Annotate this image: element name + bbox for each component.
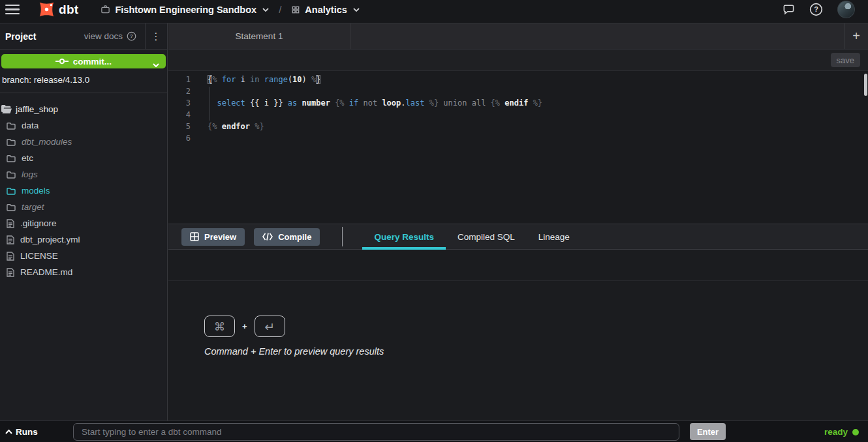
code-line-4[interactable]: 4 — [168, 109, 868, 121]
tree-item-label: .gitignore — [20, 218, 57, 228]
code-line-5[interactable]: 5{% endfor %} — [168, 121, 868, 132]
tab-query-results[interactable]: Query Results — [362, 224, 446, 249]
enter-button[interactable]: Enter — [690, 423, 726, 440]
tree-item-jaffle_shop[interactable]: jaffle_shop — [0, 101, 167, 117]
command-key-icon: ⌘ — [204, 316, 235, 337]
tab-label: Compiled SQL — [457, 232, 515, 242]
question-circle-icon: ? — [127, 31, 136, 41]
editor-tab-bar: Statement 1 + — [168, 23, 868, 50]
grid-icon — [291, 5, 300, 14]
tree-item-label: logs — [22, 169, 38, 179]
results-pane: ⌘ + ↵ Command + Enter to preview query r… — [168, 250, 868, 420]
hint-text: Command + Enter to preview query results — [204, 346, 384, 357]
tree-item-etc[interactable]: etc — [0, 150, 167, 166]
line-number: 3 — [168, 97, 198, 109]
dbt-ide-app: dbt Fishtown Engineering Sandbox / Analy… — [0, 0, 868, 442]
view-docs-link[interactable]: view docs ? — [84, 31, 136, 41]
tree-item-dbt_modules[interactable]: dbt_modules — [0, 134, 167, 150]
git-commit-icon — [55, 57, 69, 65]
results-tabs: Query ResultsCompiled SQLLineage — [362, 224, 581, 249]
indent-guide — [209, 87, 210, 121]
tree-item-label: data — [22, 121, 39, 130]
tree-item-data[interactable]: data — [0, 117, 167, 134]
folder-open-icon — [1, 105, 12, 113]
folder-icon — [7, 171, 16, 179]
editor-scrollbar[interactable] — [864, 74, 867, 96]
save-button[interactable]: save — [831, 53, 860, 67]
status-dot — [852, 429, 859, 435]
file-tree: jaffle_shopdatadbt_modulesetclogsmodelst… — [0, 93, 167, 280]
help-icon[interactable]: ? — [809, 3, 823, 16]
commit-button[interactable]: commit... — [1, 54, 166, 68]
kebab-menu-icon[interactable]: ⋮ — [146, 23, 167, 50]
line-number: 5 — [168, 121, 198, 132]
tree-item-label: jaffle_shop — [16, 104, 58, 114]
folder-icon — [7, 138, 16, 146]
runs-label: Runs — [16, 427, 38, 437]
tree-item-README.md[interactable]: README.md — [0, 264, 167, 280]
compile-button[interactable]: Compile — [254, 228, 320, 246]
line-number: 1 — [168, 74, 198, 85]
tree-item-logs[interactable]: logs — [0, 166, 167, 183]
breadcrumb-separator: / — [279, 4, 281, 15]
preview-button[interactable]: Preview — [181, 228, 245, 246]
status-label: ready — [824, 427, 848, 437]
code-text: {% for i in range(10) %} — [208, 74, 320, 85]
tree-item-label: dbt_project.yml — [20, 235, 80, 244]
preview-button-label: Preview — [204, 232, 236, 242]
runs-toggle[interactable]: Runs — [5, 421, 38, 442]
chat-icon[interactable] — [783, 3, 795, 16]
new-tab-button[interactable]: + — [844, 23, 868, 49]
tab-label: Lineage — [538, 232, 570, 242]
file-icon — [7, 235, 14, 244]
svg-text:?: ? — [130, 33, 133, 39]
dbt-logo: dbt — [38, 1, 78, 18]
brand-text: dbt — [59, 3, 78, 17]
project-selector[interactable]: Fishtown Engineering Sandbox — [101, 5, 269, 15]
environment-selector-label: Analytics — [305, 5, 347, 15]
tab-statement-1[interactable]: Statement 1 — [168, 23, 350, 49]
tree-item-LICENSE[interactable]: LICENSE — [0, 248, 167, 264]
folder-icon — [7, 203, 16, 211]
save-button-label: save — [837, 55, 854, 65]
code-line-6[interactable]: 6 — [168, 132, 868, 144]
code-text: select {{ i }} as number {% if not loop.… — [208, 97, 542, 109]
tree-item-dbt_project.yml[interactable]: dbt_project.yml — [0, 231, 167, 248]
tab-lineage[interactable]: Lineage — [527, 224, 581, 249]
line-number: 2 — [168, 85, 198, 97]
tree-item-.gitignore[interactable]: .gitignore — [0, 215, 167, 231]
tree-item-target[interactable]: target — [0, 199, 167, 215]
code-lines: 1{% for i in range(10) %}23 select {{ i … — [168, 74, 868, 144]
code-line-3[interactable]: 3 select {{ i }} as number {% if not loo… — [168, 97, 868, 109]
hamburger-menu-icon[interactable] — [5, 5, 20, 14]
environment-selector[interactable]: Analytics — [291, 5, 359, 15]
code-icon — [262, 233, 273, 241]
branch-label: branch: release/4.13.0 — [2, 75, 167, 85]
tree-item-label: README.md — [20, 267, 72, 277]
user-avatar[interactable] — [837, 1, 855, 18]
top-bar: dbt Fishtown Engineering Sandbox / Analy… — [0, 0, 868, 23]
code-line-2[interactable]: 2 — [168, 85, 868, 97]
file-icon — [7, 268, 14, 277]
dbt-logo-icon — [38, 1, 55, 18]
editor-toolbar: save — [168, 50, 868, 70]
plus-icon: + — [852, 29, 860, 44]
chevron-down-icon[interactable] — [153, 59, 159, 69]
tab-compiled-sql[interactable]: Compiled SQL — [446, 224, 527, 249]
sidebar-header: Project view docs ? ⋮ — [0, 23, 167, 50]
main-area: Statement 1 + save 1{% for i in range(10… — [168, 23, 868, 420]
table-icon — [190, 232, 199, 241]
code-editor[interactable]: 1{% for i in range(10) %}23 select {{ i … — [168, 70, 868, 224]
code-line-1[interactable]: 1{% for i in range(10) %} — [168, 74, 868, 85]
tree-item-models[interactable]: models — [0, 183, 167, 199]
tab-label: Query Results — [374, 232, 434, 242]
tree-item-label: target — [22, 202, 44, 212]
tree-item-label: models — [22, 186, 50, 196]
status-indicator: ready — [824, 421, 859, 442]
results-separator — [168, 280, 868, 281]
results-toolbar: Preview Compile Query ResultsCompiled SQ… — [168, 224, 868, 250]
compile-button-label: Compile — [278, 232, 311, 242]
keyboard-hint: ⌘ + ↵ Command + Enter to preview query r… — [204, 316, 384, 357]
line-number: 6 — [168, 132, 198, 144]
dbt-command-input[interactable] — [73, 423, 679, 441]
